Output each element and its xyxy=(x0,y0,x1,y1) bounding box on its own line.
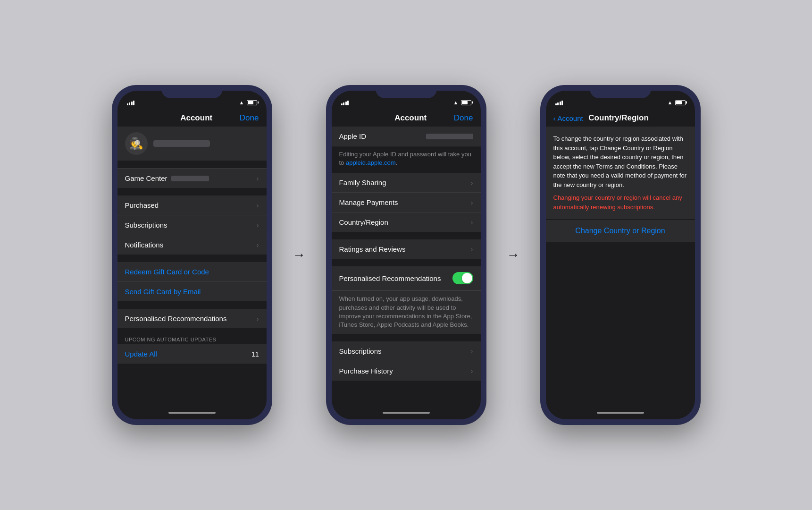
personalised-toggle-cell[interactable]: Personalised Recommendations xyxy=(332,266,481,290)
notch-3 xyxy=(590,85,651,98)
wifi-icon-1: ▲ xyxy=(239,100,244,105)
screen-2: Apple ID Editing your Apple ID and passw… xyxy=(332,127,481,406)
personalised-label-1: Personalised Recommendations xyxy=(125,314,227,323)
nav-bar-3: ‹ Account Country/Region xyxy=(546,111,695,127)
change-region-label[interactable]: Change Country or Region xyxy=(575,227,665,235)
update-count: 11 xyxy=(251,350,259,358)
notifications-cell[interactable]: Notifications › xyxy=(117,235,267,255)
manage-payments-chevron: › xyxy=(471,199,473,206)
purchase-history-cell[interactable]: Purchase History › xyxy=(332,361,481,381)
phone-1: ▲ Account Done 🕵️ xyxy=(112,85,272,425)
home-indicator-1 xyxy=(117,406,267,419)
subscriptions-chevron: › xyxy=(257,221,259,229)
nav-bar-1: Account Done xyxy=(117,111,267,127)
purchase-history-chevron: › xyxy=(471,367,473,375)
back-label-3: Account xyxy=(558,114,583,122)
update-all-label: Update All xyxy=(125,350,157,358)
info-block: To change the country or region associat… xyxy=(546,127,695,219)
scene: ▲ Account Done 🕵️ xyxy=(93,66,720,444)
ratings-chevron: › xyxy=(471,246,473,253)
subscriptions-cell[interactable]: Subscriptions › xyxy=(117,215,267,235)
phone-3: ▲ ‹ Account Country/Region To xyxy=(540,85,701,425)
sharing-section: Family Sharing › Manage Payments › Count… xyxy=(332,173,481,232)
wifi-icon-2: ▲ xyxy=(453,100,459,105)
profile-name xyxy=(153,140,210,147)
desc-link[interactable]: appleid.apple.com xyxy=(346,159,396,166)
arrow-2-container: → xyxy=(502,247,525,263)
update-all-cell[interactable]: Update All 11 xyxy=(117,344,267,364)
manage-payments-label: Manage Payments xyxy=(339,198,398,206)
redeem-cell[interactable]: Redeem Gift Card or Code xyxy=(117,262,267,282)
notifications-chevron: › xyxy=(257,241,259,249)
subscriptions-chevron-2: › xyxy=(471,348,473,355)
country-region-cell[interactable]: Country/Region › xyxy=(332,212,481,232)
battery-icon-3 xyxy=(675,100,686,105)
apple-id-value xyxy=(426,134,473,139)
subscriptions-label-2: Subscriptions xyxy=(339,347,382,355)
nav-title-2: Account xyxy=(394,113,427,123)
personalised-toggle[interactable] xyxy=(452,272,473,284)
ratings-label: Ratings and Reviews xyxy=(339,245,406,253)
back-button-3[interactable]: ‹ Account xyxy=(553,114,583,122)
apple-id-label: Apple ID xyxy=(339,132,367,140)
home-indicator-2 xyxy=(332,406,481,419)
family-sharing-label: Family Sharing xyxy=(339,178,386,187)
nav-title-1: Account xyxy=(180,113,212,123)
avatar: 🕵️ xyxy=(125,132,148,155)
notch-1 xyxy=(161,85,223,98)
game-center-label: Game Center xyxy=(125,174,167,182)
purchased-chevron: › xyxy=(257,202,259,209)
info-text: To change the country or region associat… xyxy=(553,134,687,189)
status-icons-3: ▲ xyxy=(668,100,686,105)
send-gift-cell[interactable]: Send Gift Card by Email xyxy=(117,282,267,301)
home-indicator-3 xyxy=(546,406,695,419)
done-button-2[interactable]: Done xyxy=(454,113,473,123)
personalised-cell-1[interactable]: Personalised Recommendations › xyxy=(117,309,267,328)
personalised-chevron-1: › xyxy=(257,315,259,323)
account-section-1: Purchased › Subscriptions › Notification… xyxy=(117,196,267,255)
battery-icon-1 xyxy=(247,100,257,105)
phone-2: ▲ Account Done Apple ID xyxy=(326,85,486,425)
nav-title-3: Country/Region xyxy=(588,113,649,123)
nav-bar-2: Account Done xyxy=(332,111,481,127)
subscriptions-cell-2[interactable]: Subscriptions › xyxy=(332,341,481,361)
redeem-label: Redeem Gift Card or Code xyxy=(125,268,209,276)
purchased-cell[interactable]: Purchased › xyxy=(117,196,267,215)
gift-section: Redeem Gift Card or Code Send Gift Card … xyxy=(117,262,267,301)
arrow-1: → xyxy=(293,247,306,263)
signal-icon-3 xyxy=(555,100,563,105)
signal-icon-1 xyxy=(127,100,135,105)
info-text-red: Changing your country or region will can… xyxy=(553,193,687,212)
game-center-cell[interactable]: Game Center › xyxy=(117,168,267,188)
apple-id-cell[interactable]: Apple ID xyxy=(332,127,481,146)
country-region-label: Country/Region xyxy=(339,218,388,226)
family-sharing-cell[interactable]: Family Sharing › xyxy=(332,173,481,193)
family-sharing-chevron: › xyxy=(471,179,473,187)
desc-suffix: . xyxy=(396,159,398,166)
notifications-label: Notifications xyxy=(125,241,164,249)
notch-2 xyxy=(376,85,437,98)
battery-icon-2 xyxy=(461,100,471,105)
screen-1: 🕵️ Game Center › xyxy=(117,127,267,406)
ratings-cell[interactable]: Ratings and Reviews › xyxy=(332,239,481,259)
change-region-cell[interactable]: Change Country or Region xyxy=(546,220,695,242)
purchased-label: Purchased xyxy=(125,201,159,209)
signal-icon-2 xyxy=(341,100,349,105)
done-button-1[interactable]: Done xyxy=(240,113,259,123)
subscriptions-label: Subscriptions xyxy=(125,221,167,229)
game-center-chevron: › xyxy=(257,175,259,182)
country-region-chevron: › xyxy=(471,219,473,226)
purchase-history-label: Purchase History xyxy=(339,367,393,375)
arrow-2: → xyxy=(507,247,520,263)
bottom-section: Subscriptions › Purchase History › xyxy=(332,341,481,381)
chevron-back-icon: ‹ xyxy=(553,114,556,122)
screen-3: To change the country or region associat… xyxy=(546,127,695,406)
upcoming-label: UPCOMING AUTOMATIC UPDATES xyxy=(117,334,267,344)
apple-id-desc: Editing your Apple ID and password will … xyxy=(332,146,481,172)
status-icons-1: ▲ xyxy=(239,100,257,105)
manage-payments-cell[interactable]: Manage Payments › xyxy=(332,193,481,212)
personalised-label-2: Personalised Recommendations xyxy=(339,274,441,282)
wifi-icon-3: ▲ xyxy=(668,100,673,105)
profile-cell[interactable]: 🕵️ xyxy=(117,127,267,161)
game-center-id xyxy=(171,176,209,181)
